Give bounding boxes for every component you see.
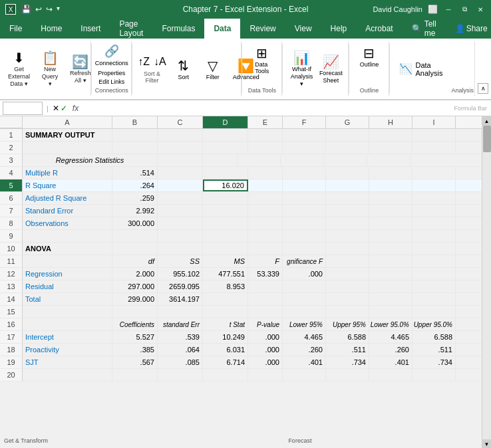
cell-c20[interactable] bbox=[158, 369, 203, 381]
cell-d9[interactable] bbox=[203, 230, 248, 242]
cell-g12[interactable] bbox=[326, 268, 369, 280]
cell-i12[interactable] bbox=[412, 268, 456, 280]
cell-e13[interactable] bbox=[248, 280, 283, 292]
cell-f15[interactable] bbox=[283, 306, 326, 318]
cell-e2[interactable] bbox=[248, 142, 283, 154]
cell-c15[interactable] bbox=[158, 306, 203, 318]
cell-c12[interactable]: 955.102 bbox=[158, 268, 203, 280]
row-header-12[interactable]: 12 bbox=[0, 268, 23, 280]
data-analysis-button[interactable]: 📉 Data Analysis bbox=[395, 60, 448, 78]
cell-b17[interactable]: 5.527 bbox=[112, 331, 158, 343]
cell-a4[interactable]: Multiple R bbox=[23, 167, 112, 179]
cell-g13[interactable] bbox=[326, 280, 369, 292]
cell-g4[interactable] bbox=[326, 167, 369, 179]
cell-d17[interactable]: 10.249 bbox=[203, 331, 248, 343]
cell-e12[interactable]: 53.339 bbox=[248, 268, 283, 280]
cell-c6[interactable] bbox=[158, 192, 203, 204]
cell-i5[interactable] bbox=[412, 179, 456, 191]
cell-i15[interactable] bbox=[412, 306, 456, 318]
cell-a16[interactable] bbox=[23, 318, 112, 330]
cell-i19[interactable]: .734 bbox=[412, 356, 456, 368]
cell-f12[interactable]: .000 bbox=[283, 268, 326, 280]
cell-f3[interactable] bbox=[238, 154, 281, 166]
cell-b16[interactable]: Coefficients bbox=[112, 318, 158, 330]
row-header-7[interactable]: 7 bbox=[0, 205, 23, 217]
cell-h17[interactable]: 4.465 bbox=[369, 331, 412, 343]
cell-f14[interactable] bbox=[283, 293, 326, 305]
cell-d16[interactable]: t Stat bbox=[203, 318, 248, 330]
cell-d2[interactable] bbox=[203, 142, 248, 154]
cell-e15[interactable] bbox=[248, 306, 283, 318]
cell-b9[interactable] bbox=[112, 230, 158, 242]
cell-c2[interactable] bbox=[158, 142, 203, 154]
cell-i1[interactable] bbox=[412, 129, 456, 141]
row-header-19[interactable]: 19 bbox=[0, 356, 23, 368]
cell-g15[interactable] bbox=[326, 306, 369, 318]
cell-a7[interactable]: Standard Error bbox=[23, 205, 112, 217]
cell-d10[interactable] bbox=[203, 243, 248, 255]
cell-b2[interactable] bbox=[112, 142, 158, 154]
tab-insert[interactable]: Insert bbox=[71, 19, 110, 39]
cell-d7[interactable] bbox=[203, 205, 248, 217]
cell-b1[interactable] bbox=[112, 129, 158, 141]
sort-za-button[interactable]: ↓A bbox=[152, 55, 168, 69]
scroll-track[interactable] bbox=[482, 126, 492, 439]
cancel-formula-icon[interactable]: ✕ bbox=[53, 104, 59, 113]
cell-i20[interactable] bbox=[412, 369, 456, 381]
tab-home[interactable]: Home bbox=[31, 19, 71, 39]
cell-b13[interactable]: 297.000 bbox=[112, 280, 158, 292]
cell-f9[interactable] bbox=[283, 230, 326, 242]
cell-d11[interactable]: MS bbox=[203, 255, 248, 267]
cell-f13[interactable] bbox=[283, 280, 326, 292]
cell-e6[interactable] bbox=[248, 192, 283, 204]
cell-a2[interactable] bbox=[23, 142, 112, 154]
cell-g9[interactable] bbox=[326, 230, 369, 242]
cell-h14[interactable] bbox=[369, 293, 412, 305]
cell-a13[interactable]: Residual bbox=[23, 280, 112, 292]
row-header-8[interactable]: 8 bbox=[0, 217, 23, 229]
refresh-all-button[interactable]: 🔄 RefreshAll ▾ bbox=[66, 53, 95, 86]
ribbon-collapse-button[interactable]: ∧ bbox=[478, 83, 488, 94]
cell-a8[interactable]: Observations bbox=[23, 217, 112, 229]
row-header-20[interactable]: 20 bbox=[0, 369, 23, 381]
cell-g14[interactable] bbox=[326, 293, 369, 305]
tab-review[interactable]: Review bbox=[240, 19, 285, 39]
filter-button[interactable]: ▽ Filter bbox=[200, 56, 226, 82]
cell-h19[interactable]: .401 bbox=[369, 356, 412, 368]
cell-a19[interactable]: SJT bbox=[23, 356, 112, 368]
row-header-3[interactable]: 3 bbox=[0, 154, 23, 166]
cell-i18[interactable]: .511 bbox=[412, 344, 456, 356]
row-header-16[interactable]: 16 bbox=[0, 318, 23, 330]
data-tools-button[interactable]: ⊞ DataTools bbox=[249, 44, 275, 76]
cell-a6[interactable]: Adjusted R Square bbox=[23, 192, 112, 204]
tab-file[interactable]: File bbox=[0, 19, 31, 39]
cell-g1[interactable] bbox=[326, 129, 369, 141]
cell-f11[interactable]: gnificance F bbox=[283, 255, 326, 267]
cell-i14[interactable] bbox=[412, 293, 456, 305]
cell-c13[interactable]: 2659.095 bbox=[158, 280, 203, 292]
cell-f17[interactable]: 4.465 bbox=[283, 331, 326, 343]
cell-a9[interactable] bbox=[23, 230, 112, 242]
cell-i17[interactable]: 6.588 bbox=[412, 331, 456, 343]
row-header-17[interactable]: 17 bbox=[0, 331, 23, 343]
sort-az-button[interactable]: ↑Z bbox=[136, 55, 151, 69]
cell-a15[interactable] bbox=[23, 306, 112, 318]
redo-icon[interactable]: ↪ bbox=[45, 3, 54, 15]
cell-a20[interactable] bbox=[23, 369, 112, 381]
cell-e1[interactable] bbox=[248, 129, 283, 141]
row-header-11[interactable]: 11 bbox=[0, 255, 23, 267]
tab-view[interactable]: View bbox=[285, 19, 321, 39]
cell-i11[interactable] bbox=[412, 255, 456, 267]
cell-f16[interactable]: Lower 95% bbox=[283, 318, 326, 330]
cell-f6[interactable] bbox=[283, 192, 326, 204]
cell-f1[interactable] bbox=[283, 129, 326, 141]
cell-a14[interactable]: Total bbox=[23, 293, 112, 305]
sort-button[interactable]: ⇅ Sort bbox=[170, 56, 197, 82]
cell-d14[interactable] bbox=[203, 293, 248, 305]
row-header-6[interactable]: 6 bbox=[0, 192, 23, 204]
cell-g8[interactable] bbox=[326, 217, 369, 229]
cell-f8[interactable] bbox=[283, 217, 326, 229]
cell-i8[interactable] bbox=[412, 217, 456, 229]
cell-h15[interactable] bbox=[369, 306, 412, 318]
cell-e16[interactable]: P-value bbox=[248, 318, 283, 330]
